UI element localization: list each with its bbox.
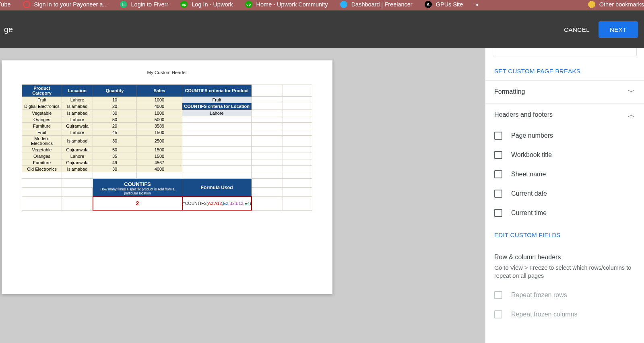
bookmark-label: Login to Fiverr [131, 1, 169, 8]
repeat-frozen-rows-option: Repeat frozen rows [485, 285, 644, 305]
payoneer-icon [23, 1, 30, 8]
option-label: Repeat frozen rows [511, 291, 567, 299]
table-row: OrangesLahore351500 [22, 153, 312, 159]
bookmark-label: Dashboard | Freelancer [351, 1, 413, 8]
formatting-label: Formatting [494, 88, 525, 95]
bookmark-label: Tube [0, 1, 11, 8]
current-date-option[interactable]: Current date [485, 184, 644, 203]
table-row: OrangesLahore505000 [22, 116, 312, 123]
print-settings-panel: SET CUSTOM PAGE BREAKS Formatting ﹀ Head… [485, 48, 644, 343]
countifs-result: 2 [93, 196, 182, 210]
repeat-frozen-columns-option: Repeat frozen columns [485, 305, 644, 324]
option-label: Repeat frozen columns [511, 311, 578, 318]
folder-icon [588, 1, 595, 8]
headers-footers-label: Headers and footers [494, 111, 553, 118]
bookmark-gpus[interactable]: K GPUs Site [425, 1, 463, 8]
page-title: ge [4, 25, 13, 34]
option-label: Sheet name [511, 171, 546, 178]
print-preview-area: My Custom Header Product Category Locati… [0, 48, 485, 343]
bookmark-upwork-login[interactable]: up Log In - Upwork [180, 1, 233, 8]
col-header: Product Category [22, 85, 62, 97]
table-row: Fruit Lahore 10 1000 Fruit [22, 97, 312, 103]
col-header: Location [62, 85, 93, 97]
table-row: VegetableGujranwala501500 [22, 147, 312, 153]
print-top-bar: ge CANCEL NEXT [0, 10, 644, 48]
cancel-button[interactable]: CANCEL [564, 26, 590, 33]
fiverr-icon: fi [120, 1, 127, 8]
upwork-icon: up [245, 1, 252, 8]
bookmark-overflow-icon[interactable]: » [475, 1, 478, 8]
table-row: FurnitureGujranwala494567 [22, 159, 312, 166]
bookmark-fiverr[interactable]: fi Login to Fiverr [120, 1, 169, 8]
criteria-location-value: Lahore [182, 110, 252, 116]
criteria-product-value: Fruit [182, 97, 252, 103]
other-bookmarks-label: Other bookmarks [599, 1, 644, 8]
checkbox-icon[interactable] [494, 190, 502, 198]
formula-title: Formula Used [182, 179, 252, 197]
input-remnant[interactable] [493, 48, 637, 56]
chevron-down-icon: ﹀ [628, 87, 635, 97]
checkbox-icon[interactable] [494, 209, 502, 217]
bookmark-label: Sign in to your Payoneer a... [34, 1, 108, 8]
checkbox-icon [494, 310, 502, 318]
header-row: Product Category Location Quantity Sales… [22, 85, 312, 97]
checkbox-icon[interactable] [494, 170, 502, 178]
upwork-icon: up [180, 1, 188, 8]
table-row: Modern ElectronicsIslamabad302500 [22, 136, 312, 147]
current-time-option[interactable]: Current time [485, 203, 644, 223]
helper-text: Go to View > Freeze to select which rows… [485, 264, 644, 285]
edit-custom-fields-link[interactable]: EDIT CUSTOM FIELDS [485, 223, 644, 244]
row-column-headers-title: Row & column headers [485, 244, 644, 264]
table-row: FruitLahore451500 [22, 129, 312, 136]
custom-header-text: My Custom Header [22, 70, 312, 75]
set-custom-page-breaks-link[interactable]: SET CUSTOM PAGE BREAKS [485, 62, 644, 80]
option-label: Current time [511, 209, 547, 217]
countifs-title-cell: COUNTIFS How many times a specific produ… [93, 179, 182, 197]
other-bookmarks[interactable]: Other bookmarks [588, 1, 644, 8]
formatting-section-header[interactable]: Formatting ﹀ [485, 80, 644, 103]
formula-cell: =COUNTIFS(A2:A12,E2,B2:B12,E4) [182, 196, 252, 210]
sheet-name-option[interactable]: Sheet name [485, 165, 644, 184]
next-button[interactable]: NEXT [599, 21, 638, 38]
criteria-location-label: COUNTIFS criteria for Location [182, 103, 252, 110]
bookmark-label: Log In - Upwork [192, 1, 233, 8]
col-header: Sales [137, 85, 182, 97]
bookmark-payoneer[interactable]: Sign in to your Payoneer a... [23, 1, 108, 8]
bookmark-label: GPUs Site [436, 1, 463, 8]
gpus-icon: K [425, 1, 432, 8]
freelancer-icon [340, 1, 347, 8]
checkbox-icon[interactable] [494, 151, 502, 159]
table-row: Old ElectronicsIslamabad304000 [22, 166, 312, 172]
bookmark-tube[interactable]: Tube [0, 1, 11, 8]
blank-row [22, 172, 312, 179]
option-label: Current date [511, 190, 547, 197]
option-label: Page numbers [511, 132, 553, 139]
table-row: FurnitureGujranwala203589 [22, 123, 312, 129]
table-row: Vegetable Islamabad 30 1000 Lahore [22, 110, 312, 116]
chevron-up-icon: ︿ [628, 110, 635, 120]
col-header: Quantity [93, 85, 137, 97]
bookmark-upwork-community[interactable]: up Home - Upwork Community [245, 1, 328, 8]
countifs-header-row: COUNTIFS How many times a specific produ… [22, 179, 312, 188]
data-table: Product Category Location Quantity Sales… [22, 85, 312, 211]
workbook-title-option[interactable]: Workbook title [485, 145, 644, 165]
bookmark-label: Home - Upwork Community [256, 1, 328, 8]
col-header: COUNTIFS criteria for Product [182, 85, 252, 97]
preview-page: My Custom Header Product Category Locati… [2, 60, 332, 294]
headers-footers-section-header[interactable]: Headers and footers ︿ [485, 103, 644, 126]
countifs-sub: How many times a specific product is sol… [95, 187, 180, 195]
countifs-title: COUNTIFS [95, 181, 180, 187]
bookmark-freelancer[interactable]: Dashboard | Freelancer [340, 1, 413, 8]
checkbox-icon[interactable] [494, 132, 502, 140]
table-row: Digtial Electronics Islamabad 20 4000 CO… [22, 103, 312, 110]
bookmarks-bar: Tube Sign in to your Payoneer a... fi Lo… [0, 0, 644, 10]
result-row: 2 =COUNTIFS(A2:A12,E2,B2:B12,E4) [22, 196, 312, 210]
checkbox-icon [494, 291, 502, 299]
page-numbers-option[interactable]: Page numbers [485, 126, 644, 145]
option-label: Workbook title [511, 151, 552, 159]
